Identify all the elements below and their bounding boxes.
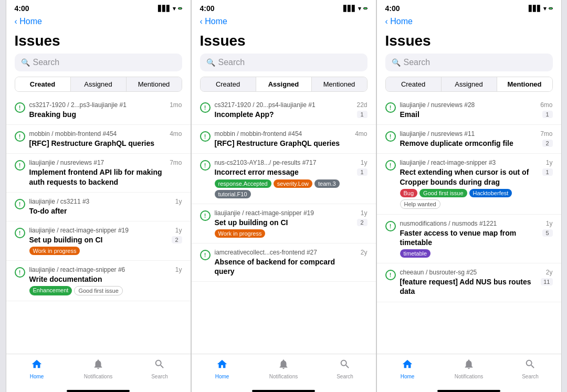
search-icon: 🔍 — [21, 58, 30, 67]
search-bar[interactable]: 🔍Search — [15, 54, 182, 71]
bottom-tab-notifications[interactable]: Notifications — [253, 358, 314, 379]
search-bar[interactable]: 🔍Search — [200, 54, 368, 71]
issue-item[interactable]: cs3217-1920 / 2...ps3-liaujianjie #1Brea… — [6, 96, 191, 125]
issue-repo: mobbin / mobbin-frontend #454 — [215, 130, 302, 137]
issue-right: 1y2 — [172, 227, 182, 243]
tab-assigned[interactable]: Assigned — [256, 77, 312, 91]
issue-content: cs3217-1920 / 2...ps3-liaujianjie #1Brea… — [29, 101, 166, 119]
issue-tags: Work in progress — [215, 229, 353, 238]
issue-title: Incorrect error message — [215, 167, 353, 177]
comment-count: 1 — [542, 168, 553, 176]
signal-icon: ▋▋▋ — [529, 5, 541, 12]
issues-list: liaujianjie / nusreviews #28Email6mo1lia… — [377, 96, 561, 354]
issue-item[interactable]: cheeaun / busrouter-sg #25[feature reque… — [377, 263, 561, 302]
issue-title: Email — [400, 110, 537, 119]
search-icon — [339, 358, 351, 373]
status-time: 4:00 — [200, 4, 215, 13]
issue-content: nus-cs2103-AY18.../ pe-results #717Incor… — [215, 159, 353, 198]
issue-open-icon — [15, 102, 25, 113]
bottom-tab-home[interactable]: Home — [6, 358, 68, 379]
issue-meta: liaujianjie / react-image-snipper #19 — [215, 209, 353, 217]
bottom-tab-home[interactable]: Home — [192, 358, 253, 379]
back-link[interactable]: ‹ Home — [385, 17, 413, 26]
bottom-tab-search[interactable]: Search — [500, 358, 561, 379]
page-title: Issues — [377, 30, 561, 54]
issue-open-icon — [385, 102, 396, 113]
wifi-icon: ▾ — [173, 5, 176, 12]
issue-repo: liaujianjie / react-image-snipper #6 — [29, 266, 125, 273]
bottom-tab-label: Notifications — [84, 374, 112, 379]
issue-meta: nus-cs2103-AY18.../ pe-results #717 — [215, 159, 353, 166]
issue-item[interactable]: mobbin / mobbin-frontend #454[RFC] Restr… — [192, 125, 376, 154]
issue-item[interactable]: iamcreativecollect...ces-frontend #27Abs… — [192, 243, 376, 282]
issue-title: [RFC] Restructure GraphQL queries — [29, 139, 166, 148]
tab-created[interactable]: Created — [386, 77, 442, 91]
back-link[interactable]: ‹ Home — [15, 17, 42, 26]
issue-open-icon — [15, 199, 25, 209]
bottom-tab-bar: Home Notifications Search — [192, 354, 376, 388]
issue-time: 6mo — [540, 101, 552, 109]
issue-meta: liaujianjie / nusreviews #28 — [400, 101, 537, 109]
bottom-tab-search[interactable]: Search — [129, 358, 191, 379]
issue-item[interactable]: liaujianjie / cs3211 #3To-do after1y — [6, 193, 191, 221]
bottom-tab-search[interactable]: Search — [314, 358, 376, 379]
bottom-tab-home[interactable]: Home — [377, 358, 438, 379]
home-indicator — [67, 390, 130, 392]
issue-tag: response.Accepted — [215, 179, 271, 188]
issue-item[interactable]: liaujianjie / nusreviews #17Implement fr… — [6, 154, 191, 192]
tab-mentioned[interactable]: Mentioned — [127, 77, 182, 91]
tab-mentioned[interactable]: Mentioned — [312, 77, 367, 91]
status-icons: ▋▋▋ ▾ — [343, 5, 368, 12]
issue-item[interactable]: liaujianjie / react-image-snipper #19Set… — [192, 204, 376, 243]
issue-item[interactable]: nusmodifications / nusmods #1221Faster a… — [377, 215, 561, 263]
issue-meta: liaujianjie / react-image-snipper #6 — [29, 266, 171, 273]
bottom-tab-notifications[interactable]: Notifications — [68, 358, 129, 379]
issue-tag: team.3 — [314, 179, 340, 188]
home-indicator — [252, 390, 315, 392]
search-bar[interactable]: 🔍Search — [385, 54, 553, 71]
issue-repo: liaujianjie / react-image-snipper #3 — [400, 159, 496, 166]
issue-tags: BugGood first issueHacktoberfestHelp wan… — [400, 189, 538, 209]
phone-2: 4:00 ▋▋▋ ▾ ‹ HomeIssues🔍SearchCreatedAss… — [191, 0, 376, 392]
notifications-icon — [463, 358, 475, 373]
back-link[interactable]: ‹ Home — [200, 17, 227, 26]
comment-count: 5 — [542, 229, 553, 237]
nav-bar: ‹ Home — [6, 15, 191, 30]
issue-right: 6mo1 — [540, 101, 552, 118]
status-icons: ▋▋▋ ▾ — [529, 5, 553, 12]
tab-assigned[interactable]: Assigned — [71, 77, 127, 91]
issue-item[interactable]: mobbin / mobbin-frontend #454[RFC] Restr… — [6, 125, 191, 154]
issue-repo: nusmodifications / nusmods #1221 — [400, 220, 497, 227]
issue-meta: mobbin / mobbin-frontend #454 — [215, 130, 351, 137]
issue-right: 1y — [175, 198, 182, 205]
search-icon: 🔍 — [392, 58, 401, 67]
bottom-tab-label: Home — [30, 374, 44, 379]
comment-count: 1 — [357, 168, 368, 176]
issue-item[interactable]: cs3217-1920 / 20...ps4-liaujianjie #1Inc… — [192, 96, 376, 125]
battery-icon — [178, 7, 182, 9]
issue-item[interactable]: liaujianjie / nusreviews #11Remove dupli… — [377, 125, 561, 154]
tab-created[interactable]: Created — [201, 77, 256, 91]
issue-content: iamcreativecollect...ces-frontend #27Abs… — [215, 249, 356, 276]
tab-created[interactable]: Created — [15, 77, 71, 91]
issue-item[interactable]: nus-cs2103-AY18.../ pe-results #717Incor… — [192, 154, 376, 204]
issue-time: 1y — [546, 220, 553, 227]
issue-time: 1y — [175, 198, 182, 205]
issue-open-icon — [15, 160, 25, 171]
search-icon: 🔍 — [206, 58, 215, 67]
issue-time: 4mo — [170, 130, 182, 137]
tab-mentioned[interactable]: Mentioned — [497, 77, 552, 91]
issue-tag: Good first issue — [74, 286, 122, 295]
issue-content: liaujianjie / react-image-snipper #19Set… — [29, 227, 167, 255]
issue-item[interactable]: liaujianjie / react-image-snipper #6Writ… — [6, 261, 191, 301]
issue-title: [RFC] Restructure GraphQL queries — [215, 139, 351, 148]
tab-assigned[interactable]: Assigned — [442, 77, 497, 91]
issue-item[interactable]: liaujianjie / nusreviews #28Email6mo1 — [377, 96, 561, 125]
issue-tag: Enhancement — [29, 286, 72, 295]
issue-item[interactable]: liaujianjie / react-image-snipper #19Set… — [6, 221, 191, 261]
issue-item[interactable]: liaujianjie / react-image-snipper #3Rect… — [377, 154, 561, 214]
issue-right: 1mo — [170, 101, 182, 109]
nav-bar: ‹ Home — [377, 15, 561, 30]
bottom-tab-label: Search — [151, 374, 168, 379]
bottom-tab-notifications[interactable]: Notifications — [438, 358, 500, 379]
